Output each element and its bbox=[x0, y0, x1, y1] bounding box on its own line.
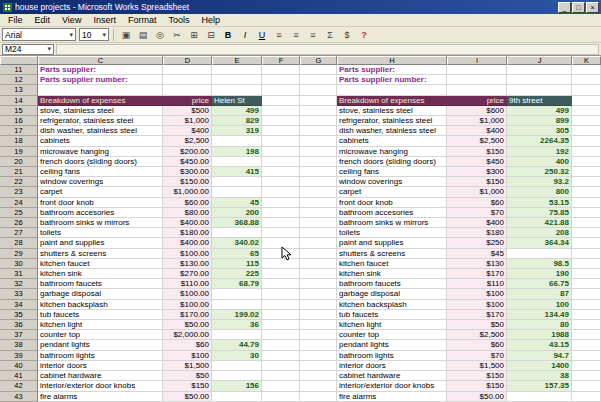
cell-J26[interactable]: 421.88 bbox=[507, 218, 572, 228]
cell-K41[interactable] bbox=[572, 371, 601, 381]
cell-F11[interactable] bbox=[262, 65, 300, 75]
cell-D15[interactable]: $500 bbox=[163, 106, 212, 116]
cell-K14[interactable] bbox=[572, 96, 601, 106]
cell-G27[interactable] bbox=[300, 228, 337, 238]
cell-H27[interactable]: toilets bbox=[337, 228, 447, 238]
cell-J37[interactable]: 1988 bbox=[507, 330, 572, 340]
cell-C36[interactable]: kitchen light bbox=[38, 320, 163, 330]
cell-K21[interactable] bbox=[572, 167, 601, 177]
cell-G22[interactable] bbox=[300, 177, 337, 187]
cell-K27[interactable] bbox=[572, 228, 601, 238]
cell-D27[interactable]: $180.00 bbox=[163, 228, 212, 238]
cell-G11[interactable] bbox=[300, 65, 337, 75]
cell-H26[interactable]: bathroom sinks w mirrors bbox=[337, 218, 447, 228]
cell-H33[interactable]: garbage disposal bbox=[337, 289, 447, 299]
cell-G25[interactable] bbox=[300, 208, 337, 218]
cell-G32[interactable] bbox=[300, 279, 337, 289]
cell-J25[interactable]: 75.85 bbox=[507, 208, 572, 218]
cell-G30[interactable] bbox=[300, 259, 337, 269]
cell-J23[interactable]: 800 bbox=[507, 187, 572, 197]
row-header-18[interactable]: 18 bbox=[0, 136, 38, 146]
cell-J20[interactable]: 400 bbox=[507, 157, 572, 167]
cell-I16[interactable]: $1,000 bbox=[447, 116, 507, 126]
row-header-31[interactable]: 31 bbox=[0, 269, 38, 279]
cell-J39[interactable]: 94.7 bbox=[507, 351, 572, 361]
cell-D16[interactable]: $1,000 bbox=[163, 116, 212, 126]
save-icon[interactable]: ▣ bbox=[118, 28, 134, 42]
cell-J18[interactable]: 2264.35 bbox=[507, 136, 572, 146]
cell-G14[interactable] bbox=[300, 96, 337, 106]
menu-insert[interactable]: Insert bbox=[87, 15, 122, 25]
cell-D17[interactable]: $400 bbox=[163, 126, 212, 136]
cell-F27[interactable] bbox=[262, 228, 300, 238]
cell-K39[interactable] bbox=[572, 351, 601, 361]
cell-H40[interactable]: interior doors bbox=[337, 361, 447, 371]
cell-J11[interactable] bbox=[507, 65, 572, 75]
row-header-34[interactable]: 34 bbox=[0, 300, 38, 310]
cell-J33[interactable]: 87 bbox=[507, 289, 572, 299]
font-name-select[interactable]: Arial ▾ bbox=[2, 28, 76, 41]
cell-H36[interactable]: kitchen light bbox=[337, 320, 447, 330]
column-header-I[interactable]: I bbox=[447, 56, 507, 65]
cell-C29[interactable]: shutters & screens bbox=[38, 249, 163, 259]
cell-E20[interactable] bbox=[212, 157, 262, 167]
cell-J35[interactable]: 134.49 bbox=[507, 310, 572, 320]
cell-J40[interactable]: 1400 bbox=[507, 361, 572, 371]
autosum-icon[interactable]: Σ bbox=[322, 28, 338, 42]
cell-C11[interactable]: Parts supplier: bbox=[38, 65, 163, 75]
cell-E29[interactable]: 65 bbox=[212, 249, 262, 259]
cell-G28[interactable] bbox=[300, 238, 337, 248]
cell-E23[interactable] bbox=[212, 187, 262, 197]
cell-H42[interactable]: interior/exterior door knobs bbox=[337, 381, 447, 391]
cell-K18[interactable] bbox=[572, 136, 601, 146]
cell-E26[interactable]: 368.88 bbox=[212, 218, 262, 228]
cell-I20[interactable]: $450 bbox=[447, 157, 507, 167]
cell-I19[interactable]: $150 bbox=[447, 147, 507, 157]
cell-D24[interactable]: $60.00 bbox=[163, 198, 212, 208]
cell-I27[interactable]: $180 bbox=[447, 228, 507, 238]
cell-C30[interactable]: kitchen faucet bbox=[38, 259, 163, 269]
cell-F20[interactable] bbox=[262, 157, 300, 167]
cell-H12[interactable]: Parts supplier number: bbox=[337, 75, 447, 85]
cell-K11[interactable] bbox=[572, 65, 601, 75]
row-header-19[interactable]: 19 bbox=[0, 147, 38, 157]
row-header-14[interactable]: 14 bbox=[0, 96, 38, 106]
cell-E34[interactable] bbox=[212, 300, 262, 310]
cell-H15[interactable]: stove, stainless steel bbox=[337, 106, 447, 116]
cell-D19[interactable]: $200.00 bbox=[163, 147, 212, 157]
cell-E30[interactable]: 115 bbox=[212, 259, 262, 269]
cell-K34[interactable] bbox=[572, 300, 601, 310]
row-header-32[interactable]: 32 bbox=[0, 279, 38, 289]
cell-C12[interactable]: Parts supplier number: bbox=[38, 75, 163, 85]
minimize-button[interactable]: _ bbox=[558, 2, 571, 13]
cell-F12[interactable] bbox=[262, 75, 300, 85]
cell-I42[interactable]: $150 bbox=[447, 381, 507, 391]
cell-E42[interactable]: 156 bbox=[212, 381, 262, 391]
cell-G43[interactable] bbox=[300, 392, 337, 402]
cell-D36[interactable]: $50.00 bbox=[163, 320, 212, 330]
row-header-26[interactable]: 26 bbox=[0, 218, 38, 228]
cell-F25[interactable] bbox=[262, 208, 300, 218]
cell-F14[interactable] bbox=[262, 96, 300, 106]
cell-G20[interactable] bbox=[300, 157, 337, 167]
cell-K40[interactable] bbox=[572, 361, 601, 371]
cell-J41[interactable]: 38 bbox=[507, 371, 572, 381]
cell-G16[interactable] bbox=[300, 116, 337, 126]
underline-icon[interactable]: U bbox=[254, 28, 270, 42]
row-header-28[interactable]: 28 bbox=[0, 238, 38, 248]
cell-F37[interactable] bbox=[262, 330, 300, 340]
cell-H41[interactable]: cabinet hardware bbox=[337, 371, 447, 381]
cell-J13[interactable] bbox=[507, 85, 572, 95]
cell-K22[interactable] bbox=[572, 177, 601, 187]
cell-C27[interactable]: toilets bbox=[38, 228, 163, 238]
align-center-icon[interactable]: ≡ bbox=[288, 28, 304, 42]
cell-D43[interactable]: $50.00 bbox=[163, 392, 212, 402]
cell-I30[interactable]: $130 bbox=[447, 259, 507, 269]
cell-E33[interactable] bbox=[212, 289, 262, 299]
cell-C38[interactable]: pendant lights bbox=[38, 340, 163, 350]
cell-J29[interactable] bbox=[507, 249, 572, 259]
row-header-20[interactable]: 20 bbox=[0, 157, 38, 167]
cell-D34[interactable]: $100.00 bbox=[163, 300, 212, 310]
menu-format[interactable]: Format bbox=[122, 15, 163, 25]
cell-H35[interactable]: tub faucets bbox=[337, 310, 447, 320]
